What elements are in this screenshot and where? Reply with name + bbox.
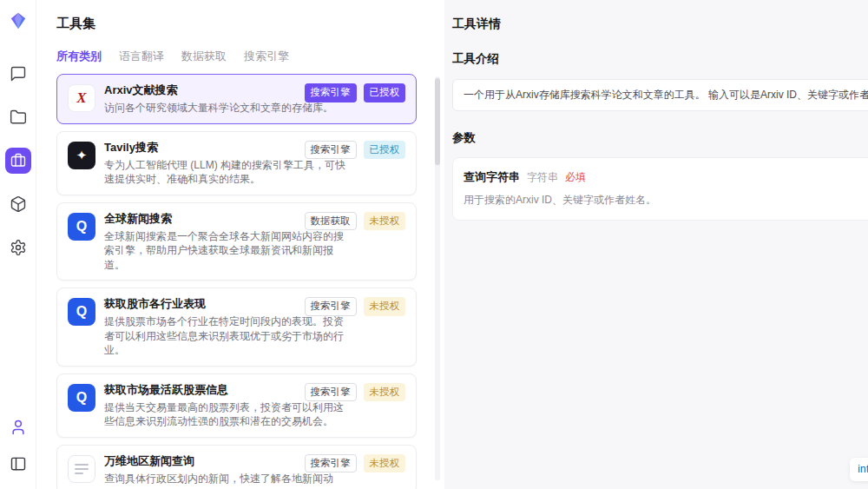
chat-icon[interactable] xyxy=(5,61,31,87)
tab-search-engine[interactable]: 搜索引擎 xyxy=(244,49,289,64)
tool-badges: 搜索引擎 已授权 xyxy=(305,83,406,102)
auth-badge: 未授权 xyxy=(364,212,406,231)
parameter-name: 查询字符串 xyxy=(464,169,520,185)
category-badge: 搜索引擎 xyxy=(305,297,357,316)
stock-icon: Q xyxy=(68,384,95,412)
tool-list-panel: 工具集 所有类别 语言翻译 数据获取 搜索引擎 X Arxiv文献搜索 访问各个… xyxy=(36,0,444,489)
tool-badges: 搜索引擎 未授权 xyxy=(305,383,406,402)
tool-description: 查询具体行政区划内的新闻，快速了解各地新闻动 xyxy=(104,472,347,486)
tool-description: 提供当天交易量最高的股票列表，投资者可以利用这些信息来识别流动性强的股票和潜在的… xyxy=(104,400,347,429)
category-badge: 搜索引擎 xyxy=(305,383,357,402)
tool-card-active-stocks[interactable]: Q 获取市场最活跃股票信息 提供当天交易量最高的股票列表，投资者可以利用这些信息… xyxy=(56,373,417,438)
tool-card-regional-news[interactable]: 万维地区新闻查询 查询具体行政区划内的新闻，快速了解各地新闻动 搜索引擎 未授权 xyxy=(56,445,417,489)
news-icon: Q xyxy=(68,213,95,241)
params-section-title: 参数 xyxy=(452,130,868,146)
tool-badges: 数据获取 未授权 xyxy=(305,212,406,231)
briefcase-icon[interactable] xyxy=(5,148,31,174)
rail-main-icons xyxy=(5,61,31,261)
tab-language-translation[interactable]: 语言翻译 xyxy=(119,49,164,64)
auth-badge: 已授权 xyxy=(364,141,406,160)
tool-description: 提供股票市场各个行业在特定时间段内的表现。投资者可以利用这些信息来识别表现优于或… xyxy=(104,314,347,358)
parameter-description: 用于搜索的Arxiv ID、关键字或作者姓名。 xyxy=(464,193,868,208)
document-icon xyxy=(68,455,95,483)
parameter-type: 字符串 xyxy=(527,170,558,185)
detail-title: 工具详情 xyxy=(452,17,868,32)
tool-description: 访问各个研究领域大量科学论文和文章的存储库。 xyxy=(104,101,347,116)
category-badge: 搜索引擎 xyxy=(305,454,357,473)
stock-icon: Q xyxy=(68,298,95,326)
box-icon[interactable] xyxy=(5,191,31,217)
tool-card-sector-performance[interactable]: Q 获取股市各行业表现 提供股票市场各个行业在特定时间段内的表现。投资者可以利用… xyxy=(56,287,417,367)
tool-intro-text: 一个用于从Arxiv存储库搜索科学论文和文章的工具。 输入可以是Arxiv ID… xyxy=(464,89,868,101)
arxiv-icon: X xyxy=(68,84,95,112)
tool-detail-panel: 工具详情 工具介绍 一个用于从Arxiv存储库搜索科学论文和文章的工具。 输入可… xyxy=(444,0,868,489)
tab-data-fetch[interactable]: 数据获取 xyxy=(181,49,227,64)
auth-badge: 已授权 xyxy=(364,83,406,102)
tab-all-categories[interactable]: 所有类别 xyxy=(56,49,102,64)
tool-badges: 搜索引擎 未授权 xyxy=(305,454,406,473)
tool-badges: 搜索引擎 已授权 xyxy=(305,141,406,160)
app-logo-icon[interactable] xyxy=(9,11,28,33)
intel-text: intel xyxy=(858,463,868,475)
auth-badge: 未授权 xyxy=(364,383,406,402)
app-window: 工具集 所有类别 语言翻译 数据获取 搜索引擎 X Arxiv文献搜索 访问各个… xyxy=(0,0,868,489)
tool-card-list: X Arxiv文献搜索 访问各个研究领域大量科学论文和文章的存储库。 搜索引擎 … xyxy=(36,74,444,489)
category-tabs: 所有类别 语言翻译 数据获取 搜索引擎 xyxy=(56,49,444,64)
scrollbar-thumb[interactable] xyxy=(435,78,440,165)
parameter-required-flag: 必填 xyxy=(565,170,586,185)
category-badge: 搜索引擎 xyxy=(305,83,357,102)
scrollbar-track xyxy=(435,76,440,480)
user-icon[interactable] xyxy=(5,414,31,440)
panel-left-icon[interactable] xyxy=(5,451,31,477)
category-badge: 搜索引擎 xyxy=(305,141,357,160)
tool-card-global-news[interactable]: Q 全球新闻搜索 全球新闻搜索是一个聚合全球各大新闻网站内容的搜索引擎，帮助用户… xyxy=(56,202,417,281)
intro-section-title: 工具介绍 xyxy=(452,51,868,67)
tool-intro-box: 一个用于从Arxiv存储库搜索科学论文和文章的工具。 输入可以是Arxiv ID… xyxy=(452,79,868,111)
auth-badge: 未授权 xyxy=(364,297,406,316)
page-title: 工具集 xyxy=(56,16,444,32)
tool-badges: 搜索引擎 未授权 xyxy=(305,297,406,316)
parameter-card: 查询字符串 字符串 必填 用于搜索的Arxiv ID、关键字或作者姓名。 xyxy=(452,157,868,221)
category-badge: 数据获取 xyxy=(305,212,357,231)
gear-icon[interactable] xyxy=(5,235,31,261)
tool-card-tavily[interactable]: ✦ Tavily搜索 专为人工智能代理 (LLM) 构建的搜索引擎工具，可快速提… xyxy=(56,131,417,195)
tool-description: 全球新闻搜索是一个聚合全球各大新闻网站内容的搜索引擎，帮助用户快速获取全球最新资… xyxy=(104,229,347,273)
tool-card-arxiv[interactable]: X Arxiv文献搜索 访问各个研究领域大量科学论文和文章的存储库。 搜索引擎 … xyxy=(56,74,417,124)
tavily-icon: ✦ xyxy=(68,142,95,169)
parameter-header: 查询字符串 字符串 必填 xyxy=(464,169,868,185)
folder-icon[interactable] xyxy=(5,104,31,130)
icon-rail xyxy=(0,0,36,489)
rail-bottom-icons xyxy=(5,414,31,477)
intel-core-logo: intel CORE xyxy=(850,458,868,481)
tool-description: 专为人工智能代理 (LLM) 构建的搜索引擎工具，可快速提供实时、准确和真实的结… xyxy=(104,158,347,187)
auth-badge: 未授权 xyxy=(364,454,406,473)
